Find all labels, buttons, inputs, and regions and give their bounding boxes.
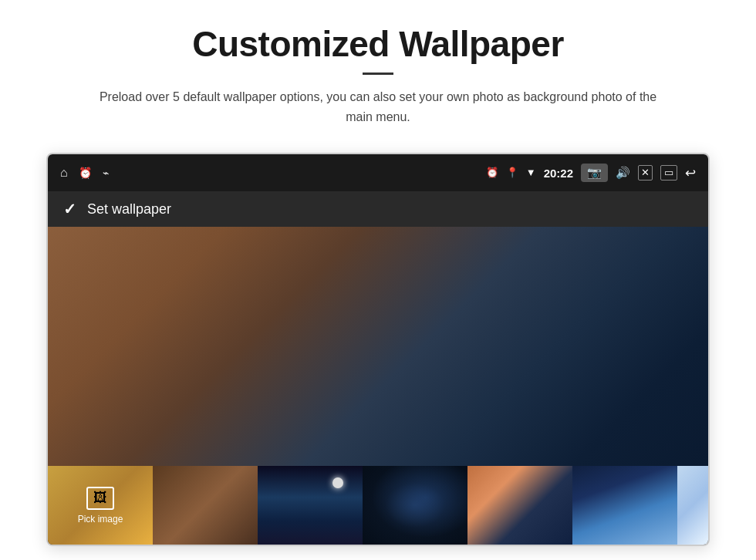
clock-icon: ⏰ bbox=[486, 167, 498, 179]
wallpaper-thumb-6[interactable] bbox=[572, 466, 677, 545]
close-icon[interactable]: ✕ bbox=[638, 165, 653, 180]
wallpaper-thumb-5[interactable] bbox=[467, 466, 572, 545]
alarm-icon: ⏰ bbox=[79, 167, 92, 180]
location-icon: 📍 bbox=[506, 167, 518, 179]
device-screen: ⌂ ⏰ ⌁ ⏰ 📍 ▼ 20:22 📷 🔊 ✕ ▭ ↩ bbox=[46, 153, 710, 546]
camera-button[interactable]: 📷 bbox=[581, 164, 608, 182]
home-icon[interactable]: ⌂ bbox=[60, 166, 68, 180]
camera-icon: 📷 bbox=[587, 166, 602, 180]
usb-icon: ⌁ bbox=[103, 167, 109, 180]
wallpaper-preview bbox=[48, 227, 708, 466]
pick-image-thumb[interactable]: Pick image bbox=[48, 466, 153, 545]
title-divider bbox=[363, 73, 393, 75]
window-icon[interactable]: ▭ bbox=[660, 165, 677, 180]
checkmark-icon[interactable]: ✓ bbox=[63, 200, 76, 218]
status-bar-left: ⌂ ⏰ ⌁ bbox=[60, 166, 109, 180]
status-bar-right: ⏰ 📍 ▼ 20:22 📷 🔊 ✕ ▭ ↩ bbox=[486, 164, 696, 182]
back-icon[interactable]: ↩ bbox=[685, 165, 696, 181]
page-title: Customized Wallpaper bbox=[85, 23, 671, 65]
pick-image-icon bbox=[86, 487, 114, 510]
action-bar: ✓ Set wallpaper bbox=[48, 191, 708, 227]
subtitle: Preload over 5 default wallpaper options… bbox=[85, 87, 671, 127]
title-section: Customized Wallpaper Preload over 5 defa… bbox=[85, 23, 671, 127]
wallpaper-thumb-3[interactable] bbox=[258, 466, 363, 545]
action-bar-title: Set wallpaper bbox=[87, 201, 171, 218]
pick-image-label: Pick image bbox=[78, 514, 123, 525]
wifi-icon: ▼ bbox=[526, 167, 536, 179]
status-time: 20:22 bbox=[544, 167, 573, 180]
wallpaper-thumb-4[interactable] bbox=[363, 466, 467, 545]
thumbnail-strip: Pick image bbox=[48, 466, 708, 545]
page-wrapper: Customized Wallpaper Preload over 5 defa… bbox=[0, 0, 756, 560]
status-bar: ⌂ ⏰ ⌁ ⏰ 📍 ▼ 20:22 📷 🔊 ✕ ▭ ↩ bbox=[48, 154, 708, 191]
wallpaper-thumb-2[interactable] bbox=[153, 466, 258, 545]
wallpaper-thumb-partial[interactable] bbox=[677, 466, 708, 545]
volume-icon[interactable]: 🔊 bbox=[616, 166, 630, 180]
